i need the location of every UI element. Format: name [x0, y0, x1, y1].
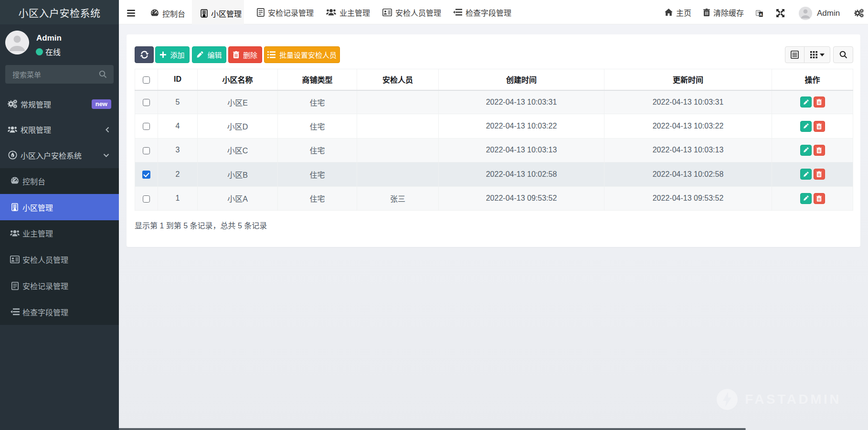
- svg-text:A: A: [760, 12, 762, 16]
